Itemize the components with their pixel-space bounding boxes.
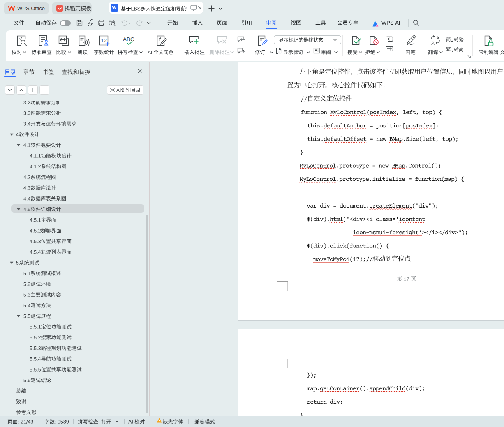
svg-text:ABC: ABC (123, 36, 134, 42)
svg-text:12: 12 (101, 37, 107, 44)
